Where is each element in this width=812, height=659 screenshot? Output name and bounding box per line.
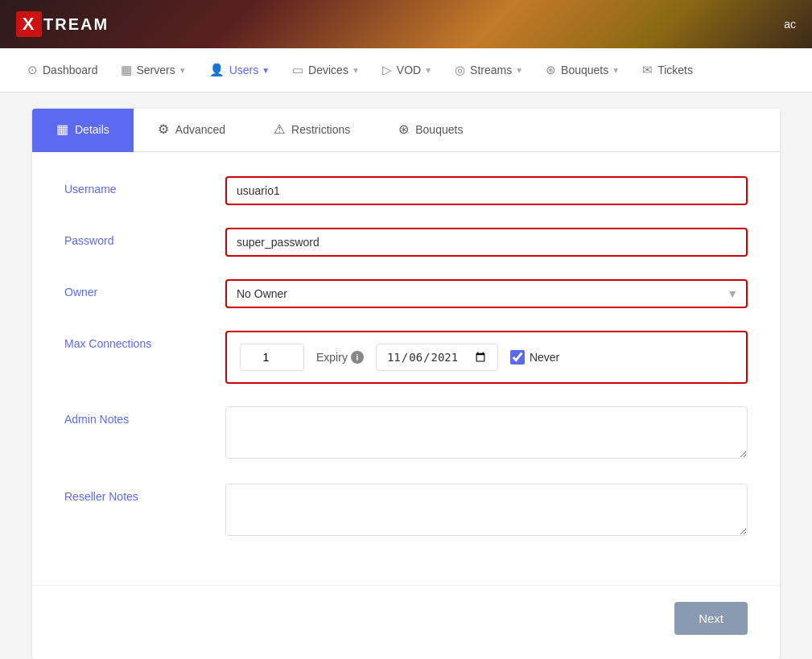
- nav-item-streams[interactable]: ◎ Streams ▼: [443, 48, 534, 93]
- users-icon: 👤: [209, 63, 225, 77]
- reseller-notes-label: Reseller Notes: [64, 484, 225, 503]
- logo-x: X: [16, 11, 42, 37]
- vod-arrow: ▼: [424, 66, 432, 75]
- max-connections-input[interactable]: [240, 344, 304, 371]
- nav-item-users[interactable]: 👤 Users ▼: [198, 48, 281, 93]
- nav-item-bouquets[interactable]: ⊛ Bouquets ▼: [534, 48, 631, 93]
- nav-label-dashboard: Dashboard: [43, 64, 98, 76]
- logo[interactable]: X TREAM: [16, 11, 109, 37]
- never-label[interactable]: Never: [510, 350, 559, 365]
- nav-item-devices[interactable]: ▭ Devices ▼: [281, 48, 371, 93]
- navbar: ⊙ Dashboard ▦ Servers ▼ 👤 Users ▼ ▭ Devi…: [0, 48, 812, 93]
- bouquets-icon: ⊛: [546, 63, 556, 77]
- admin-notes-field: [225, 406, 748, 461]
- header: X TREAM ac: [0, 0, 812, 48]
- connections-group: Expiry i Never: [225, 331, 748, 384]
- tickets-icon: ✉: [642, 63, 653, 77]
- max-connections-label: Max Connections: [64, 331, 225, 350]
- nav-label-servers: Servers: [137, 64, 175, 76]
- never-checkbox[interactable]: [510, 350, 525, 365]
- expiry-label: Expiry i: [316, 351, 364, 364]
- streams-icon: ◎: [455, 63, 465, 77]
- vod-icon: ▷: [382, 63, 392, 77]
- nav-label-vod: VOD: [397, 64, 421, 76]
- servers-arrow: ▼: [179, 66, 187, 75]
- nav-item-servers[interactable]: ▦ Servers ▼: [109, 48, 198, 93]
- streams-arrow: ▼: [515, 66, 523, 75]
- owner-field: No Owner ▼: [225, 279, 748, 308]
- nav-item-vod[interactable]: ▷ VOD ▼: [371, 48, 443, 93]
- owner-select[interactable]: No Owner: [225, 279, 748, 308]
- tab-details[interactable]: ▦ Details: [32, 109, 134, 152]
- tab-advanced[interactable]: ⚙ Advanced: [134, 109, 249, 152]
- reseller-notes-field: [225, 484, 748, 538]
- password-input[interactable]: [225, 228, 748, 257]
- bouquets-arrow: ▼: [612, 66, 620, 75]
- password-field: [225, 228, 748, 257]
- nav-item-dashboard[interactable]: ⊙ Dashboard: [16, 48, 109, 93]
- nav-label-streams: Streams: [470, 64, 512, 76]
- tab-restrictions-label: Restrictions: [291, 123, 350, 136]
- devices-icon: ▭: [292, 63, 303, 77]
- expiry-text: Expiry: [316, 351, 348, 364]
- password-row: Password: [64, 228, 748, 257]
- admin-notes-textarea[interactable]: [225, 406, 748, 459]
- form-tabs: ▦ Details ⚙ Advanced ⚠ Restrictions ⊛ Bo…: [32, 109, 780, 152]
- next-button[interactable]: Next: [674, 602, 748, 635]
- advanced-tab-icon: ⚙: [158, 122, 169, 137]
- details-tab-icon: ▦: [56, 122, 68, 137]
- owner-row: Owner No Owner ▼: [64, 279, 748, 308]
- tab-restrictions[interactable]: ⚠ Restrictions: [249, 109, 374, 152]
- reseller-notes-row: Reseller Notes: [64, 484, 748, 538]
- user-form-card: ▦ Details ⚙ Advanced ⚠ Restrictions ⊛ Bo…: [32, 109, 780, 659]
- restrictions-tab-icon: ⚠: [274, 122, 285, 137]
- form-footer: Next: [32, 585, 780, 659]
- tab-bouquets-label: Bouquets: [415, 123, 463, 136]
- form-body: Username Password Owner No Owner: [32, 152, 780, 585]
- nav-label-devices: Devices: [308, 64, 348, 76]
- owner-label: Owner: [64, 279, 225, 299]
- connections-field: Expiry i Never: [225, 331, 748, 384]
- nav-label-bouquets: Bouquets: [561, 64, 608, 76]
- tab-bouquets[interactable]: ⊛ Bouquets: [374, 109, 487, 152]
- bouquets-tab-icon: ⊛: [398, 122, 409, 137]
- nav-label-tickets: Tickets: [657, 64, 693, 76]
- expiry-date-input[interactable]: [376, 344, 498, 371]
- tab-details-label: Details: [75, 123, 109, 136]
- admin-notes-label: Admin Notes: [64, 406, 225, 426]
- owner-select-wrapper: No Owner ▼: [225, 279, 748, 308]
- dashboard-icon: ⊙: [27, 63, 38, 77]
- password-label: Password: [64, 228, 225, 247]
- never-text: Never: [530, 351, 559, 364]
- nav-item-tickets[interactable]: ✉ Tickets: [631, 48, 704, 93]
- nav-label-users: Users: [229, 64, 259, 76]
- devices-arrow: ▼: [352, 66, 360, 75]
- username-row: Username: [64, 176, 748, 205]
- tab-advanced-label: Advanced: [175, 123, 225, 136]
- users-arrow: ▼: [262, 66, 270, 75]
- page-content: ▦ Details ⚙ Advanced ⚠ Restrictions ⊛ Bo…: [0, 93, 812, 659]
- admin-notes-row: Admin Notes: [64, 406, 748, 461]
- servers-icon: ▦: [121, 63, 132, 77]
- header-user: ac: [784, 18, 796, 31]
- expiry-info-icon: i: [351, 351, 364, 364]
- username-field: [225, 176, 748, 205]
- username-label: Username: [64, 176, 225, 196]
- logo-text: TREAM: [43, 15, 109, 34]
- username-input[interactable]: [225, 176, 748, 205]
- max-connections-row: Max Connections Expiry i Never: [64, 331, 748, 384]
- reseller-notes-textarea[interactable]: [225, 484, 748, 536]
